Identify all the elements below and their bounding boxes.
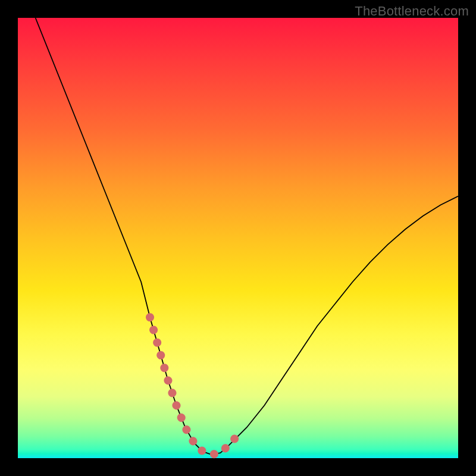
series-highlight-segment [150, 317, 240, 455]
plot-area [18, 18, 458, 458]
watermark-text: TheBottleneck.com [355, 4, 469, 19]
series-bottleneck-curve [36, 18, 458, 455]
chart-svg [18, 18, 458, 458]
chart-frame: TheBottleneck.com [0, 0, 476, 476]
